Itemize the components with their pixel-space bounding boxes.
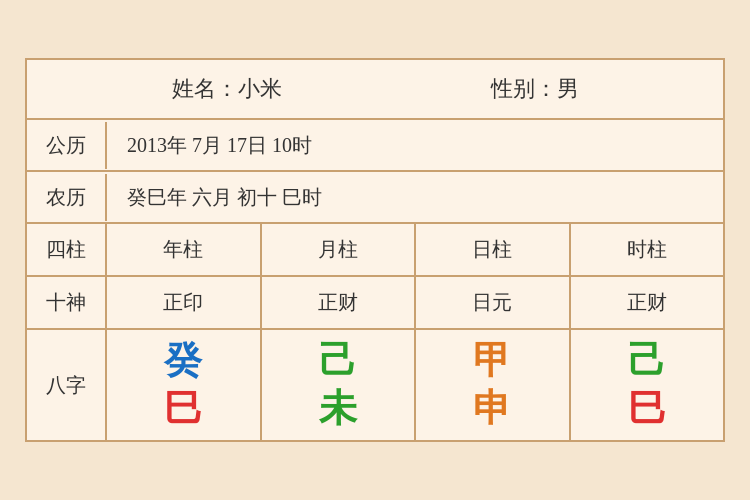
- solar-row: 公历 2013年 7月 17日 10时: [27, 120, 723, 172]
- header-row: 姓名：小米 性别：男: [27, 60, 723, 120]
- shishen-row: 十神 正印 正财 日元 正财: [27, 277, 723, 330]
- sizhu-day: 日柱: [416, 224, 571, 275]
- bazi-col1-top: 己: [319, 340, 357, 382]
- shishen-month: 正财: [262, 277, 417, 328]
- bazi-col3-bottom: 巳: [628, 388, 666, 430]
- bazi-col-0: 癸 巳: [107, 330, 262, 440]
- sizhu-month: 月柱: [262, 224, 417, 275]
- sizhu-year: 年柱: [107, 224, 262, 275]
- solar-label: 公历: [27, 122, 107, 169]
- bazi-col-3: 己 巳: [571, 330, 724, 440]
- main-container: 姓名：小米 性别：男 公历 2013年 7月 17日 10时 农历 癸巳年 六月…: [25, 58, 725, 442]
- bazi-col0-top: 癸: [164, 340, 202, 382]
- shishen-day: 日元: [416, 277, 571, 328]
- sizhu-hour: 时柱: [571, 224, 724, 275]
- bazi-col3-top: 己: [628, 340, 666, 382]
- bazi-col-1: 己 未: [262, 330, 417, 440]
- gender-label: 性别：男: [491, 74, 579, 104]
- bazi-row: 八字 癸 巳 己 未 甲 申 己 巳: [27, 330, 723, 440]
- bazi-col2-top: 甲: [473, 340, 511, 382]
- bazi-col1-bottom: 未: [319, 388, 357, 430]
- lunar-label: 农历: [27, 174, 107, 221]
- shishen-hour: 正财: [571, 277, 724, 328]
- lunar-row: 农历 癸巳年 六月 初十 巳时: [27, 172, 723, 224]
- lunar-value: 癸巳年 六月 初十 巳时: [107, 174, 723, 221]
- bazi-label: 八字: [27, 330, 107, 440]
- sizhu-label: 四柱: [27, 224, 107, 275]
- bazi-col0-bottom: 巳: [164, 388, 202, 430]
- name-label: 姓名：小米: [172, 74, 282, 104]
- bazi-col2-bottom: 申: [473, 388, 511, 430]
- sizhu-row: 四柱 年柱 月柱 日柱 时柱: [27, 224, 723, 277]
- shishen-year: 正印: [107, 277, 262, 328]
- shishen-label: 十神: [27, 277, 107, 328]
- solar-value: 2013年 7月 17日 10时: [107, 122, 723, 169]
- bazi-col-2: 甲 申: [416, 330, 571, 440]
